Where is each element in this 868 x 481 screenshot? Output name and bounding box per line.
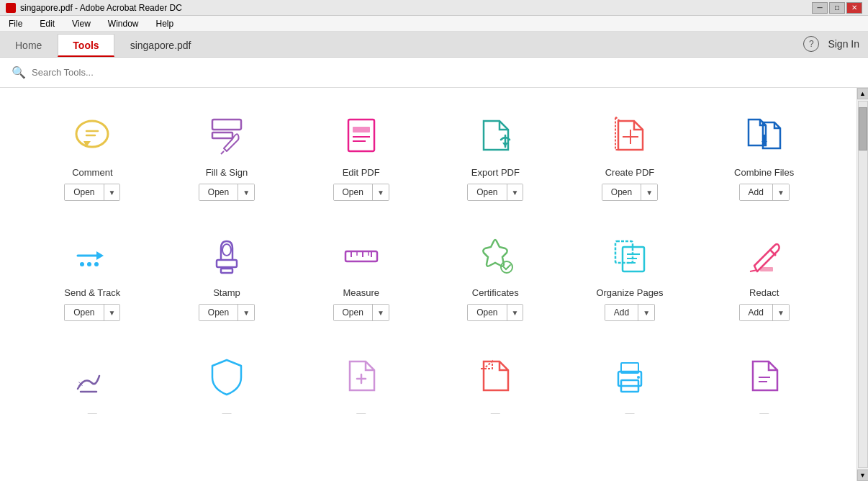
- tool-redact-add[interactable]: Add: [740, 305, 772, 320]
- tool-stamp-label: Stamp: [213, 287, 240, 298]
- tool-stamp-btn-group[interactable]: Open ▼: [199, 304, 255, 321]
- tool-convert-label: —: [491, 408, 500, 418]
- svg-point-32: [501, 261, 512, 273]
- create-pdf-icon-wrap: [604, 109, 656, 161]
- minimize-button[interactable]: ─: [812, 2, 828, 14]
- svg-rect-33: [615, 241, 633, 263]
- tool-measure-arrow[interactable]: ▼: [372, 305, 389, 320]
- tool-sendtrack-label: Send & Track: [64, 287, 120, 298]
- tool-exportpdf-arrow[interactable]: ▼: [507, 184, 523, 200]
- tool-comment-label: Comment: [72, 167, 112, 178]
- tool-stamp-open[interactable]: Open: [199, 305, 238, 320]
- tool-redact-label: Redact: [749, 287, 779, 298]
- signin-button[interactable]: Sign In: [828, 38, 859, 50]
- maximize-button[interactable]: □: [829, 2, 845, 14]
- menu-view[interactable]: View: [69, 17, 94, 30]
- tool-fillsign-arrow[interactable]: ▼: [238, 184, 254, 200]
- svg-rect-23: [217, 260, 237, 267]
- tool-fillsign: Fill & Sign Open ▼: [163, 102, 291, 208]
- tool-redact: Redact Add ▼: [700, 222, 828, 328]
- tool-exportpdf-btn-group[interactable]: Open ▼: [467, 184, 523, 201]
- tool-measure-btn-group[interactable]: Open ▼: [333, 304, 389, 321]
- menu-help[interactable]: Help: [153, 17, 177, 30]
- help-button[interactable]: ?: [803, 36, 819, 52]
- tool-createpdf-open[interactable]: Open: [602, 184, 641, 200]
- tool-organize-arrow[interactable]: ▼: [638, 305, 654, 320]
- tool-comment: Comment Open ▼: [29, 102, 156, 208]
- tool-redact-btn-group[interactable]: Add ▼: [739, 304, 790, 321]
- titlebar-controls[interactable]: ─ □ ✕: [812, 2, 862, 14]
- tool-combine-arrow[interactable]: ▼: [772, 184, 789, 200]
- tool-exportpdf-open[interactable]: Open: [468, 184, 506, 200]
- tool-row3-1-label: —: [88, 408, 97, 418]
- search-input[interactable]: [32, 67, 248, 78]
- tool-createpdf-arrow[interactable]: ▼: [641, 184, 657, 200]
- tool-certificates-label: Certificates: [472, 287, 519, 298]
- menu-file[interactable]: File: [6, 17, 25, 30]
- tool-measure-open[interactable]: Open: [334, 305, 372, 320]
- titlebar-title: singapore.pdf - Adobe Acrobat Reader DC: [20, 3, 182, 13]
- tool-comment-btn-group[interactable]: Open ▼: [64, 184, 120, 201]
- tool-stamp-arrow[interactable]: ▼: [238, 305, 254, 320]
- tool-sendtrack-open[interactable]: Open: [65, 305, 103, 320]
- menu-window[interactable]: Window: [105, 17, 142, 30]
- scrollbar-down-button[interactable]: ▼: [857, 469, 869, 481]
- tool-fillsign-open[interactable]: Open: [199, 184, 238, 200]
- comment-icon-wrap: [66, 109, 118, 161]
- send-track-icon-wrap: [66, 230, 118, 282]
- tool-certificates-arrow[interactable]: ▼: [507, 305, 523, 320]
- scrollbar-up-button[interactable]: ▲: [857, 88, 869, 99]
- svg-point-0: [76, 121, 108, 147]
- tool-action-label: —: [759, 408, 769, 418]
- convert-icon-wrap: [469, 350, 521, 402]
- scrollbar-thumb[interactable]: [859, 107, 867, 150]
- tool-sendtrack-arrow[interactable]: ▼: [104, 305, 120, 320]
- fill-sign2-icon-wrap: ×: [66, 350, 118, 402]
- organize-pages-icon-wrap: [604, 230, 656, 282]
- tool-comment-open[interactable]: Open: [65, 184, 103, 200]
- menubar: File Edit View Window Help: [0, 16, 868, 32]
- tool-combine-label: Combine Files: [734, 167, 794, 178]
- tool-protect: —: [163, 343, 291, 426]
- combine-icon-wrap: [738, 109, 790, 161]
- scrollbar[interactable]: ▲ ▼: [856, 88, 868, 481]
- search-icon: 🔍: [12, 66, 26, 79]
- tool-sendtrack: Send & Track Open ▼: [29, 222, 156, 328]
- svg-point-25: [222, 244, 231, 256]
- menu-edit[interactable]: Edit: [37, 17, 58, 30]
- close-button[interactable]: ✕: [846, 2, 862, 14]
- tool-certificates-open[interactable]: Open: [468, 305, 506, 320]
- tab-document[interactable]: singapore.pdf: [115, 34, 207, 57]
- protect-icon-wrap: [201, 350, 253, 402]
- svg-rect-26: [345, 251, 377, 261]
- svg-rect-8: [348, 120, 374, 151]
- tool-organize-add[interactable]: Add: [605, 305, 638, 320]
- print-icon-wrap: [604, 350, 656, 402]
- tool-fillsign-btn-group[interactable]: Open ▼: [199, 184, 255, 201]
- fill-sign-icon-wrap: [201, 109, 253, 161]
- tool-protect-label: —: [222, 408, 231, 418]
- tool-createpdf-btn-group[interactable]: Open ▼: [602, 184, 658, 201]
- tool-certificates-btn-group[interactable]: Open ▼: [467, 304, 523, 321]
- tool-fillsign-label: Fill & Sign: [206, 167, 248, 178]
- tool-comment-arrow[interactable]: ▼: [104, 184, 120, 200]
- tool-combine-add[interactable]: Add: [740, 184, 772, 200]
- tool-editpdf-btn-group[interactable]: Open ▼: [333, 184, 389, 201]
- svg-point-48: [637, 376, 640, 379]
- help-label: ?: [809, 39, 814, 49]
- tab-tools[interactable]: Tools: [58, 34, 114, 57]
- tool-organize-label: Organize Pages: [596, 287, 663, 298]
- tool-organize-btn-group[interactable]: Add ▼: [605, 304, 655, 321]
- tools-grid-container: Comment Open ▼ Fill & Sign: [0, 88, 856, 481]
- tool-redact-arrow[interactable]: ▼: [772, 305, 789, 320]
- tool-editpdf-arrow[interactable]: ▼: [372, 184, 389, 200]
- tool-editpdf-open[interactable]: Open: [334, 184, 372, 200]
- tool-measure: Measure Open ▼: [297, 222, 425, 328]
- tool-sendtrack-btn-group[interactable]: Open ▼: [64, 304, 120, 321]
- tool-combine-btn-group[interactable]: Add ▼: [739, 184, 790, 201]
- tool-certificates: Certificates Open ▼: [432, 222, 559, 328]
- svg-point-20: [80, 262, 84, 266]
- titlebar-left: singapore.pdf - Adobe Acrobat Reader DC: [6, 3, 182, 13]
- tools-grid: Comment Open ▼ Fill & Sign: [29, 102, 828, 426]
- tab-home[interactable]: Home: [0, 34, 57, 57]
